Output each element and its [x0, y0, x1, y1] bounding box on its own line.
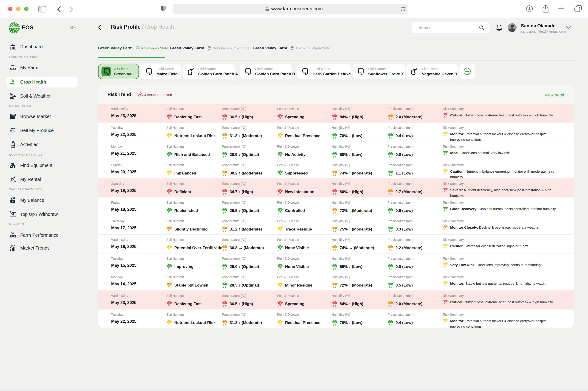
svg-text:$: $ — [12, 213, 13, 215]
